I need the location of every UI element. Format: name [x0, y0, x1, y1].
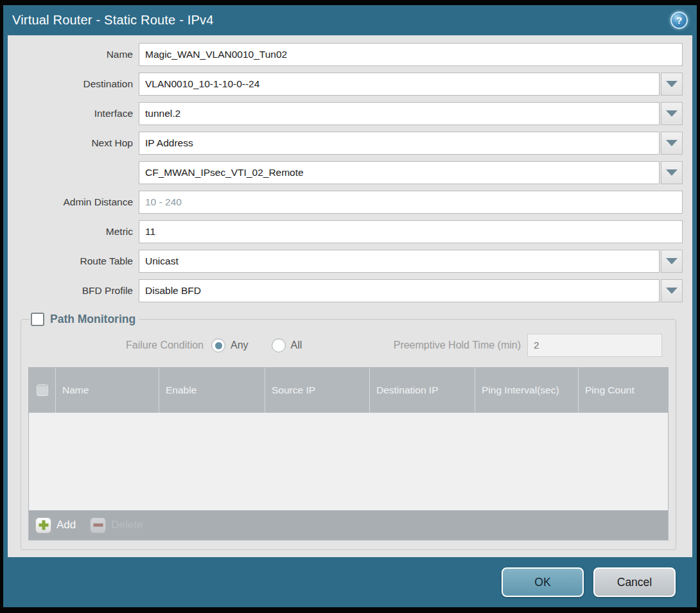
chevron-down-icon: [666, 169, 678, 176]
titlebar: Virtual Router - Static Route - IPv4 ?: [3, 5, 697, 35]
name-input[interactable]: [139, 43, 683, 66]
next-hop-type-select[interactable]: [139, 132, 660, 155]
delete-button-label: Delete: [111, 519, 143, 531]
header-cell-name: Name: [55, 368, 159, 413]
form-row-admin-distance: Admin Distance: [15, 191, 683, 214]
add-button-label: Add: [57, 519, 76, 531]
path-monitoring-legend: Path Monitoring: [30, 313, 139, 326]
table-header: Name Enable Source IP Destination IP Pin…: [29, 368, 668, 413]
admin-distance-label: Admin Distance: [15, 196, 139, 208]
destination-dropdown-button[interactable]: [661, 73, 683, 96]
bfd-profile-label: BFD Profile: [15, 285, 139, 297]
name-label: Name: [15, 49, 139, 60]
cancel-button[interactable]: Cancel: [593, 567, 676, 597]
next-hop-label: Next Hop: [15, 137, 139, 149]
hold-time-input[interactable]: [527, 334, 662, 357]
form-row-route-table: Route Table: [15, 250, 683, 273]
dialog-footer: OK Cancel: [3, 557, 697, 607]
next-hop-address-select[interactable]: [139, 161, 660, 184]
plus-icon: [35, 517, 51, 533]
radio-all[interactable]: [272, 338, 286, 352]
form-row-next-hop: Next Hop: [15, 132, 683, 155]
path-monitoring-table: Name Enable Source IP Destination IP Pin…: [28, 367, 669, 540]
radio-any-selected-dot: [215, 342, 222, 349]
form-row-bfd-profile: BFD Profile: [15, 279, 683, 302]
header-cell-enable: Enable: [159, 368, 265, 413]
radio-all-label: All: [291, 340, 302, 351]
static-route-dialog: Virtual Router - Static Route - IPv4 ? N…: [3, 5, 697, 607]
next-hop-address-dropdown-button[interactable]: [661, 161, 683, 184]
add-button[interactable]: Add: [35, 517, 76, 533]
destination-label: Destination: [15, 78, 139, 90]
ok-button[interactable]: OK: [502, 567, 584, 597]
route-table-label: Route Table: [15, 255, 139, 267]
form-row-name: Name: [15, 43, 683, 66]
form-row-next-hop-address: [15, 161, 683, 184]
interface-label: Interface: [15, 108, 139, 119]
header-cell-ping-interval: Ping Interval(sec): [475, 368, 578, 413]
failure-condition-radio-group: Any All: [211, 338, 320, 352]
interface-dropdown-button[interactable]: [661, 102, 683, 125]
form-row-interface: Interface: [15, 102, 683, 125]
table-body-empty: [29, 413, 668, 510]
metric-input[interactable]: [139, 220, 683, 243]
hold-time-label: Preemptive Hold Time (min): [394, 340, 527, 351]
dialog-content: Name Destination Interface: [8, 35, 692, 557]
select-all-checkbox[interactable]: [37, 384, 48, 396]
hold-time-group: Preemptive Hold Time (min): [394, 334, 669, 357]
header-cell-source-ip: Source IP: [265, 368, 369, 413]
radio-any-label: Any: [231, 340, 249, 351]
path-monitoring-title: Path Monitoring: [50, 313, 136, 326]
chevron-down-icon: [666, 258, 678, 264]
failure-condition-label: Failure Condition: [28, 340, 211, 351]
screen: Virtual Router - Static Route - IPv4 ? N…: [0, 0, 700, 613]
form-row-metric: Metric: [15, 220, 683, 243]
radio-any[interactable]: [211, 338, 225, 352]
delete-button[interactable]: Delete: [90, 517, 143, 533]
chevron-down-icon: [666, 81, 678, 87]
dialog-title: Virtual Router - Static Route - IPv4: [12, 13, 214, 28]
path-monitoring-section: Path Monitoring Failure Condition Any Al…: [21, 313, 676, 550]
path-monitoring-checkbox[interactable]: [31, 313, 44, 326]
next-hop-type-dropdown-button[interactable]: [661, 132, 683, 155]
route-table-dropdown-button[interactable]: [661, 250, 683, 273]
metric-label: Metric: [15, 226, 139, 237]
help-icon[interactable]: ?: [670, 12, 688, 29]
bfd-profile-dropdown-button[interactable]: [661, 279, 683, 302]
help-glyph: ?: [676, 15, 682, 26]
minus-icon: [90, 517, 106, 533]
table-toolbar: Add Delete: [29, 510, 668, 540]
header-cell-select: [29, 368, 55, 413]
destination-select[interactable]: [139, 73, 660, 96]
chevron-down-icon: [666, 140, 678, 146]
header-cell-ping-count: Ping Count: [578, 368, 668, 413]
interface-select[interactable]: [139, 102, 660, 125]
failure-condition-row: Failure Condition Any All Preemptive Hol…: [28, 334, 669, 357]
chevron-down-icon: [666, 288, 678, 294]
route-table-select[interactable]: [139, 250, 660, 273]
header-cell-destination-ip: Destination IP: [369, 368, 475, 413]
bfd-profile-select[interactable]: [139, 279, 660, 302]
admin-distance-input[interactable]: [139, 191, 683, 214]
form-row-destination: Destination: [15, 73, 683, 96]
chevron-down-icon: [666, 110, 678, 117]
